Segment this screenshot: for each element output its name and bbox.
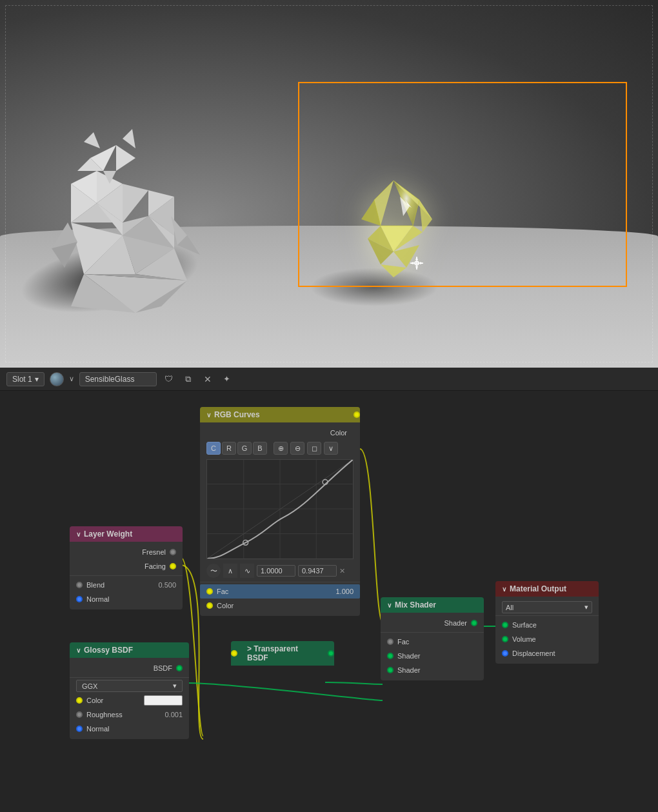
curve-sharp-icon[interactable]: ∧ bbox=[223, 564, 237, 578]
displacement-socket[interactable] bbox=[502, 650, 508, 657]
fac-socket-in[interactable] bbox=[206, 588, 213, 595]
mix-shader-node[interactable]: ∨ Mix Shader Shader Fac Shader bbox=[381, 597, 484, 680]
mix-shader1-socket[interactable] bbox=[387, 653, 394, 659]
slot-dropdown[interactable]: Slot 1 ▾ bbox=[6, 372, 45, 386]
curve-delete-btn[interactable]: ✕ bbox=[339, 567, 345, 575]
layer-weight-node[interactable]: ∨ Layer Weight Fresnel Facing Blend 0.50… bbox=[70, 526, 183, 609]
crosshair-icon bbox=[410, 257, 423, 270]
glossy-header: ∨ Glossy BSDF bbox=[70, 642, 189, 658]
gem-object bbox=[329, 168, 458, 297]
curve-values-row: 〜 ∧ ∿ ✕ bbox=[200, 562, 360, 580]
svg-marker-21 bbox=[116, 145, 135, 171]
color-out-socket[interactable] bbox=[354, 411, 360, 418]
rgb-curves-header: ∨ RGB Curves bbox=[200, 407, 360, 422]
glossy-bsdf-node[interactable]: ∨ Glossy BSDF BSDF GGX ▾ Color bbox=[70, 642, 189, 739]
rgb-curves-node[interactable]: ∨ RGB Curves Color C R G B ⊕ bbox=[200, 407, 360, 616]
ggx-label: GGX bbox=[82, 682, 97, 690]
mix-shader-header: ∨ Mix Shader bbox=[381, 597, 484, 613]
reset-zoom-btn[interactable]: ⊕ bbox=[274, 442, 288, 455]
rgb-curves-title: RGB Curves bbox=[214, 410, 260, 419]
layer-weight-title: Layer Weight bbox=[84, 530, 132, 539]
channel-b-btn[interactable]: B bbox=[253, 442, 267, 455]
transparent-color-in-socket[interactable] bbox=[231, 650, 237, 657]
color-socket-glossy[interactable] bbox=[76, 697, 83, 704]
all-label: All bbox=[506, 604, 513, 611]
collapse-arrow[interactable]: ∨ bbox=[76, 531, 81, 538]
svg-marker-47 bbox=[415, 257, 418, 260]
curve-canvas[interactable] bbox=[206, 459, 354, 559]
surface-socket[interactable] bbox=[502, 622, 508, 628]
material-sphere-preview[interactable] bbox=[50, 372, 64, 386]
mix-shader2-socket[interactable] bbox=[387, 667, 394, 673]
color-in-socket[interactable] bbox=[206, 602, 213, 609]
color-row-glossy: Color bbox=[70, 693, 189, 708]
blend-label: Blend bbox=[86, 581, 154, 589]
normal-socket-glossy[interactable] bbox=[76, 726, 83, 732]
normal-row-glossy: Normal bbox=[70, 722, 189, 736]
rgb-curves-body: Color C R G B ⊕ ⊖ ◻ ∨ bbox=[200, 422, 360, 616]
curve-auto-icon[interactable]: ∿ bbox=[240, 564, 254, 578]
surface-row: Surface bbox=[495, 618, 599, 632]
collapse-arrow-curves[interactable]: ∨ bbox=[206, 411, 211, 419]
shader-out-socket[interactable] bbox=[471, 620, 477, 626]
node-editor-toolbar: Slot 1 ▾ ∨ SensibleGlass 🛡 ⧉ ✕ ✦ bbox=[0, 368, 658, 391]
roughness-socket[interactable] bbox=[76, 711, 83, 718]
volume-row: Volume bbox=[495, 632, 599, 646]
collapse-arrow-output[interactable]: ∨ bbox=[502, 586, 506, 593]
node-editor: Slot 1 ▾ ∨ SensibleGlass 🛡 ⧉ ✕ ✦ bbox=[0, 368, 658, 812]
svg-marker-17 bbox=[123, 184, 148, 223]
copy-icon[interactable]: ⧉ bbox=[181, 372, 195, 386]
mix-fac-socket[interactable] bbox=[387, 639, 394, 645]
transparent-title: > Transparent BSDF bbox=[247, 644, 318, 662]
curve-icon[interactable]: 〜 bbox=[206, 564, 221, 578]
transparent-bsdf-node[interactable]: > Transparent BSDF bbox=[231, 641, 334, 666]
blend-row: Blend 0.500 bbox=[70, 578, 183, 592]
roughness-label: Roughness bbox=[86, 711, 161, 718]
color-swatch-glossy[interactable] bbox=[144, 695, 183, 706]
material-name-field[interactable]: SensibleGlass bbox=[79, 372, 157, 386]
bear-object bbox=[32, 106, 219, 313]
mix-fac-row: Fac bbox=[381, 635, 484, 649]
displacement-label: Displacement bbox=[512, 649, 592, 657]
nodes-canvas: ∨ Layer Weight Fresnel Facing Blend 0.50… bbox=[0, 391, 658, 812]
mix-fac-label: Fac bbox=[397, 638, 477, 646]
bsdf-out-row: BSDF bbox=[70, 661, 189, 675]
color-out-label: Color bbox=[206, 429, 347, 437]
volume-socket[interactable] bbox=[502, 636, 508, 642]
curve-x-input[interactable] bbox=[257, 565, 295, 577]
color-in-row: Color bbox=[200, 599, 360, 613]
surface-label: Surface bbox=[512, 621, 592, 629]
volume-label: Volume bbox=[512, 635, 592, 643]
fresnel-socket[interactable] bbox=[170, 549, 176, 555]
curve-y-input[interactable] bbox=[298, 565, 337, 577]
collapse-arrow-glossy[interactable]: ∨ bbox=[76, 647, 81, 654]
zoom-out-btn[interactable]: ⊖ bbox=[290, 442, 304, 455]
pin-icon[interactable]: ✦ bbox=[220, 372, 234, 386]
all-dropdown[interactable]: All ▾ bbox=[502, 601, 592, 613]
bsdf-out-socket[interactable] bbox=[176, 665, 183, 671]
channel-r-btn[interactable]: R bbox=[222, 442, 236, 455]
channel-g-btn[interactable]: G bbox=[237, 442, 252, 455]
fresnel-label: Fresnel bbox=[76, 548, 166, 556]
close-icon[interactable]: ✕ bbox=[201, 372, 215, 386]
normal-socket-layerweight[interactable] bbox=[76, 596, 83, 602]
mix-shader1-row: Shader bbox=[381, 649, 484, 663]
material-output-header: ∨ Material Output bbox=[495, 581, 599, 597]
3d-viewport bbox=[0, 0, 658, 368]
curve-expand-btn[interactable]: ∨ bbox=[324, 442, 338, 455]
channel-c-btn[interactable]: C bbox=[206, 442, 221, 455]
mix-shader1-label: Shader bbox=[397, 652, 477, 660]
glossy-body: BSDF GGX ▾ Color Roughness 0.001 bbox=[70, 658, 189, 739]
shader-out-row: Shader bbox=[381, 616, 484, 630]
svg-marker-49 bbox=[410, 262, 414, 264]
color-in-label: Color bbox=[217, 602, 354, 609]
mix-shader-title: Mix Shader bbox=[395, 600, 436, 609]
clipping-btn[interactable]: ◻ bbox=[307, 442, 321, 455]
blend-socket-in[interactable] bbox=[76, 582, 83, 588]
transparent-shader-out-socket[interactable] bbox=[328, 650, 334, 657]
shader-out-label: Shader bbox=[387, 619, 467, 627]
material-output-node[interactable]: ∨ Material Output All ▾ Surface Volume bbox=[495, 581, 599, 664]
collapse-arrow-mix[interactable]: ∨ bbox=[387, 602, 392, 609]
ggx-dropdown[interactable]: GGX ▾ bbox=[76, 680, 183, 692]
facing-socket[interactable] bbox=[170, 563, 176, 569]
